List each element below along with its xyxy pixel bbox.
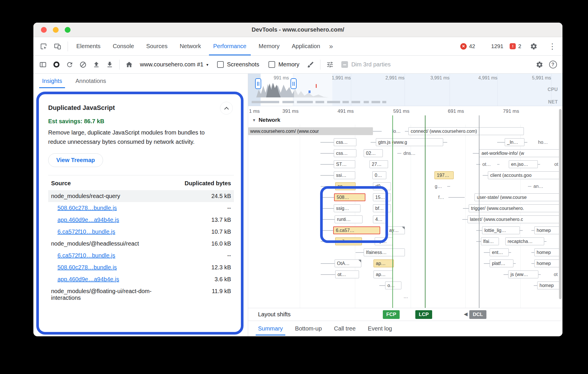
- network-request[interactable]: recaptcha…: [505, 237, 544, 245]
- network-request[interactable]: latest/ (www.coursehero.c: [468, 215, 562, 223]
- tab-application[interactable]: Application: [286, 37, 326, 55]
- network-request[interactable]: lo…: [390, 127, 403, 135]
- network-request[interactable]: css…: [334, 149, 356, 157]
- marker-chip-fcp[interactable]: FCP: [383, 310, 400, 319]
- network-request[interactable]: an…: [531, 182, 545, 190]
- network-request[interactable]: platf…: [490, 259, 513, 267]
- network-request[interactable]: ay…: [387, 226, 405, 234]
- network-request[interactable]: www.coursehero.com/ (www.cour: [248, 127, 373, 135]
- minimize-window-button[interactable]: [53, 27, 59, 33]
- network-request[interactable]: ot…: [335, 270, 359, 278]
- left-tab-annotations[interactable]: Annotations: [75, 74, 106, 88]
- help-button[interactable]: ?: [547, 59, 559, 71]
- inspect-element-button[interactable]: [37, 40, 50, 52]
- record-button[interactable]: [50, 59, 62, 71]
- network-request[interactable]: dns…: [401, 149, 418, 157]
- layout-shifts-row[interactable]: Layout shifts FCPLCP◀DCL: [248, 308, 562, 321]
- marker-chip-dcl[interactable]: DCL: [469, 310, 486, 319]
- tab-console[interactable]: Console: [107, 37, 140, 55]
- network-request[interactable]: homep: [537, 282, 562, 289]
- save-profile-button[interactable]: [104, 59, 116, 71]
- network-request[interactable]: connect/ (www.coursehero.com): [408, 127, 524, 135]
- network-request[interactable]: ap…: [374, 270, 393, 278]
- network-request[interactable]: aet-workflow-info/ (w: [479, 149, 562, 157]
- home-button[interactable]: [123, 59, 135, 71]
- bottom-tab-event-log[interactable]: Event log: [362, 321, 397, 336]
- view-treemap-button[interactable]: View Treemap: [48, 153, 103, 167]
- network-request[interactable]: homep: [534, 248, 562, 256]
- error-count-badge[interactable]: ✕ 42: [460, 43, 475, 50]
- source-link[interactable]: app.460d9e…a94b4e.js: [57, 217, 119, 223]
- source-link[interactable]: 6.ca572f10…bundle.js: [57, 228, 115, 235]
- load-profile-button[interactable]: [90, 59, 102, 71]
- bottom-tab-call-tree[interactable]: Call tree: [329, 321, 361, 336]
- network-request[interactable]: ot…: [480, 160, 493, 168]
- source-link[interactable]: 508.60c278…bundle.js: [57, 264, 117, 271]
- network-request[interactable]: lottie_lig…: [482, 226, 520, 234]
- network-request[interactable]: client (accounts.goo: [488, 171, 562, 179]
- zoom-window-button[interactable]: [65, 27, 71, 33]
- network-request[interactable]: trigger/ (www.coursehero.: [469, 204, 562, 212]
- network-request[interactable]: lfai…: [481, 237, 499, 245]
- screenshots-checkbox[interactable]: Screenshots: [213, 59, 263, 71]
- network-request[interactable]: _In…: [505, 138, 524, 146]
- memory-checkbox[interactable]: Memory: [264, 59, 303, 71]
- source-link[interactable]: 508.60c278…bundle.js: [57, 205, 117, 211]
- network-request[interactable]: OtA…: [335, 259, 361, 267]
- network-request[interactable]: css…: [334, 138, 356, 146]
- network-request[interactable]: ent…: [490, 248, 509, 256]
- gc-brush-button[interactable]: [304, 59, 317, 71]
- tab-performance[interactable]: Performance: [207, 37, 253, 55]
- vertical-scrollbar[interactable]: [559, 109, 562, 299]
- network-request[interactable]: o…: [385, 282, 401, 289]
- device-toolbar-button[interactable]: [51, 40, 64, 52]
- network-request[interactable]: ho…: [536, 138, 550, 146]
- throttling-tune-button[interactable]: [324, 59, 336, 71]
- trace-window-left-handle[interactable]: [255, 78, 261, 89]
- network-request[interactable]: homep: [534, 259, 562, 267]
- tab-elements[interactable]: Elements: [70, 37, 107, 55]
- settings-gear-button[interactable]: [528, 40, 540, 52]
- tab-sources[interactable]: Sources: [140, 37, 174, 55]
- network-request[interactable]: g…: [433, 182, 444, 190]
- network-request[interactable]: 0…: [372, 171, 386, 179]
- clear-button[interactable]: [77, 59, 89, 71]
- network-request[interactable]: ST…: [334, 160, 355, 168]
- toggle-sidebar-button[interactable]: [37, 59, 49, 71]
- network-request[interactable]: ap…: [374, 259, 394, 267]
- issues-count-badge[interactable]: ! 2: [510, 43, 521, 50]
- collapse-insight-button[interactable]: [220, 102, 233, 115]
- tab-network[interactable]: Network: [174, 37, 207, 55]
- dim-3rd-parties-toggle[interactable]: Dim 3rd parties: [337, 59, 395, 71]
- network-request[interactable]: homep: [534, 226, 562, 234]
- network-request[interactable]: js (ww…: [508, 270, 538, 278]
- network-request[interactable]: ssi…: [334, 171, 355, 179]
- network-request[interactable]: 02…: [364, 149, 383, 157]
- history-dropdown[interactable]: www.coursehero.com #1 ▾: [136, 59, 212, 71]
- network-request[interactable]: ot: [552, 270, 560, 278]
- left-tab-insights[interactable]: Insights: [42, 74, 62, 88]
- reload-and-record-button[interactable]: [64, 59, 76, 71]
- network-request[interactable]: Ifainess…: [364, 248, 405, 256]
- timeline-overview[interactable]: 991 ms1,991 ms2,991 ms3,991 ms4,991 ms5,…: [248, 74, 562, 106]
- network-request[interactable]: f…: [436, 193, 446, 201]
- bottom-tab-summary[interactable]: Summary: [253, 321, 288, 336]
- bottom-tab-bottom-up[interactable]: Bottom-up: [290, 321, 327, 336]
- tab-memory[interactable]: Memory: [252, 37, 286, 55]
- network-section-header[interactable]: ▼ Network: [248, 115, 562, 125]
- network-request[interactable]: user-state/ (www.course: [475, 193, 562, 201]
- warning-count-badge[interactable]: ! 1291: [481, 43, 503, 50]
- source-link[interactable]: 6.ca572f10…bundle.js: [57, 252, 115, 259]
- network-request[interactable]: 27…: [369, 160, 388, 168]
- kebab-menu-button[interactable]: ⋮: [546, 40, 558, 52]
- network-request[interactable]: en.jso…: [509, 160, 538, 168]
- trace-window-right-handle[interactable]: [291, 78, 297, 89]
- network-request[interactable]: gtm.js (www.g: [376, 138, 443, 146]
- network-request[interactable]: 197…: [434, 171, 454, 179]
- source-link[interactable]: app.460d9e…a94b4e.js: [57, 276, 119, 283]
- capture-settings-gear-button[interactable]: [533, 59, 546, 71]
- network-request[interactable]: …: [401, 293, 410, 300]
- close-window-button[interactable]: [41, 27, 47, 33]
- more-tabs-button[interactable]: »: [326, 37, 336, 55]
- marker-chip-lcp[interactable]: LCP: [415, 310, 432, 319]
